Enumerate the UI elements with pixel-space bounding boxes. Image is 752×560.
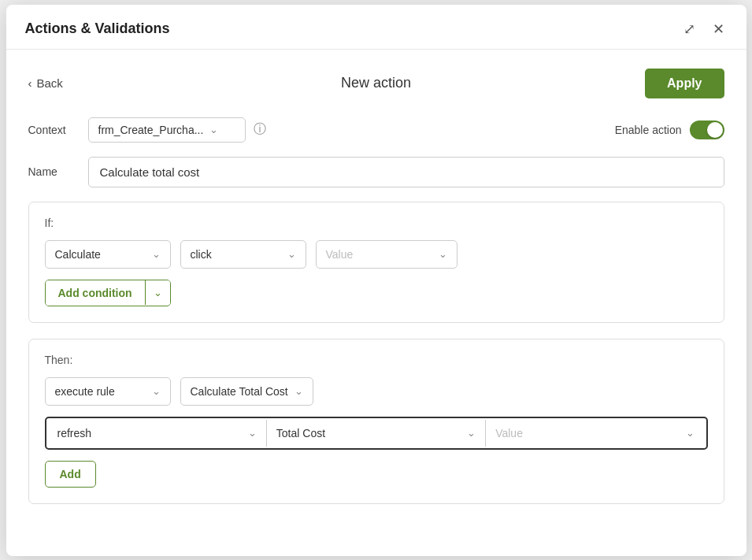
name-input[interactable] xyxy=(88,157,724,187)
close-button[interactable]: ✕ xyxy=(709,19,728,39)
content-area: ‹ Back New action Apply Context frm_Crea… xyxy=(6,50,746,539)
expand-button[interactable]: ⤢ xyxy=(680,19,698,39)
modal-header: Actions & Validations ⤢ ✕ xyxy=(6,5,746,50)
name-label: Name xyxy=(28,165,76,178)
expand-icon: ⤢ xyxy=(683,20,695,38)
modal: Actions & Validations ⤢ ✕ ‹ Back New act… xyxy=(6,5,746,556)
toggle-knob xyxy=(707,122,723,138)
context-value: frm_Create_Purcha... xyxy=(98,124,204,136)
enable-action-group: Enable action xyxy=(615,121,724,139)
then-refresh-dropdown[interactable]: refresh ⌄ xyxy=(48,420,267,447)
back-button[interactable]: ‹ Back xyxy=(28,76,63,90)
then-row1: execute rule ⌄ Calculate Total Cost ⌄ xyxy=(45,377,708,406)
then-field-dropdown[interactable]: Total Cost ⌄ xyxy=(267,420,486,447)
page-title: New action xyxy=(341,75,411,91)
back-chevron-icon: ‹ xyxy=(28,76,32,90)
then-target-value: Calculate Total Cost xyxy=(191,385,288,398)
then-target-dropdown[interactable]: Calculate Total Cost ⌄ xyxy=(180,377,313,406)
then-label: Then: xyxy=(45,354,708,366)
then-value-placeholder: Value xyxy=(495,427,523,439)
then-action-dropdown[interactable]: execute rule ⌄ xyxy=(45,377,171,406)
add-condition-chevron-icon: ⌄ xyxy=(154,287,162,299)
info-icon: ⓘ xyxy=(254,121,266,138)
then-row2-highlighted: refresh ⌄ Total Cost ⌄ Value ⌄ xyxy=(45,417,708,450)
add-condition-arrow-button[interactable]: ⌄ xyxy=(145,280,170,305)
then-field-value: Total Cost xyxy=(276,427,325,439)
then-value-chevron-icon: ⌄ xyxy=(686,427,695,439)
then-value-dropdown[interactable]: Value ⌄ xyxy=(486,420,704,447)
top-bar: ‹ Back New action Apply xyxy=(28,69,724,98)
modal-title: Actions & Validations xyxy=(25,20,170,37)
then-target-chevron-icon: ⌄ xyxy=(295,385,303,397)
add-condition-row: Add condition ⌄ xyxy=(45,280,708,306)
if-operator-dropdown[interactable]: click ⌄ xyxy=(180,240,306,269)
then-refresh-chevron-icon: ⌄ xyxy=(248,427,257,439)
if-condition-dropdown[interactable]: Calculate ⌄ xyxy=(45,240,171,269)
if-section: If: Calculate ⌄ click ⌄ Value ⌄ Add cond… xyxy=(28,202,724,323)
context-row: Context frm_Create_Purcha... ⌄ ⓘ Enable … xyxy=(28,117,724,143)
context-chevron-icon: ⌄ xyxy=(209,124,218,135)
if-condition-value: Calculate xyxy=(55,248,101,261)
then-field-chevron-icon: ⌄ xyxy=(467,427,476,439)
add-condition-main-button[interactable]: Add condition xyxy=(46,280,145,306)
then-add-row: Add xyxy=(45,461,708,488)
name-row: Name xyxy=(28,157,724,187)
apply-button[interactable]: Apply xyxy=(645,69,724,98)
context-label: Context xyxy=(28,124,76,136)
if-value-dropdown[interactable]: Value ⌄ xyxy=(316,240,457,269)
add-condition-button[interactable]: Add condition ⌄ xyxy=(45,280,171,306)
context-info-group: frm_Create_Purcha... ⌄ ⓘ xyxy=(88,117,266,143)
add-button[interactable]: Add xyxy=(45,461,96,488)
if-operator-value: click xyxy=(191,248,212,261)
back-label: Back xyxy=(37,76,63,90)
then-action-value: execute rule xyxy=(55,385,115,398)
if-condition-chevron-icon: ⌄ xyxy=(152,248,161,260)
modal-header-icons: ⤢ ✕ xyxy=(680,19,728,39)
then-refresh-value: refresh xyxy=(57,427,92,439)
enable-action-label: Enable action xyxy=(615,124,682,136)
then-action-chevron-icon: ⌄ xyxy=(152,385,161,397)
if-label: If: xyxy=(45,217,708,229)
if-value-chevron-icon: ⌄ xyxy=(439,248,447,260)
close-icon: ✕ xyxy=(713,20,724,38)
if-value-placeholder: Value xyxy=(326,248,354,261)
enable-action-toggle[interactable] xyxy=(690,121,724,139)
then-section: Then: execute rule ⌄ Calculate Total Cos… xyxy=(28,339,724,504)
if-dropdowns-row: Calculate ⌄ click ⌄ Value ⌄ xyxy=(45,240,708,269)
context-dropdown[interactable]: frm_Create_Purcha... ⌄ xyxy=(88,117,246,143)
if-operator-chevron-icon: ⌄ xyxy=(287,248,296,260)
